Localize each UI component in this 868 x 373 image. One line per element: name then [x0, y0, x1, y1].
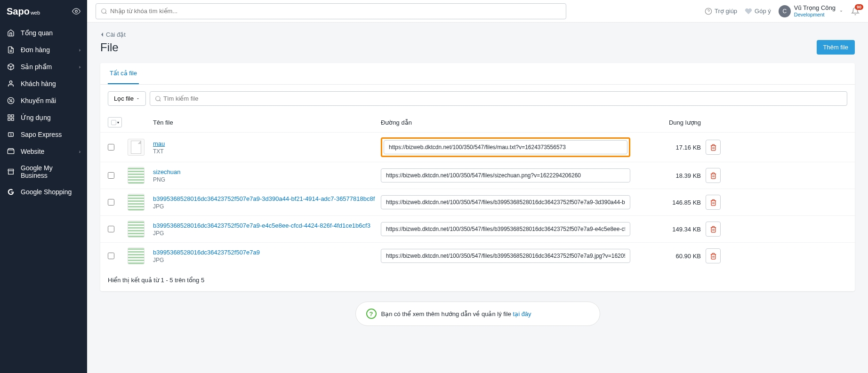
- file-url-input[interactable]: [381, 168, 630, 183]
- sidebar-header: Sapoweb: [0, 0, 87, 23]
- orders-icon: [7, 46, 15, 54]
- trash-icon: [710, 144, 717, 151]
- question-icon: ?: [366, 309, 377, 319]
- file-name-link[interactable]: b3995368528016dc36423752f507e7a9: [153, 249, 381, 256]
- hint-link[interactable]: tại đây: [513, 310, 531, 317]
- notifications[interactable]: 90: [851, 7, 860, 16]
- hint-banner: ? Bạn có thể xem thêm hướng dẫn về quản …: [355, 302, 600, 326]
- file-name-link[interactable]: sizechuan: [153, 168, 381, 175]
- filter-button[interactable]: Lọc file: [108, 91, 146, 106]
- svg-rect-12: [8, 118, 10, 120]
- trash-icon: [710, 172, 717, 179]
- sidebar-item-2[interactable]: Sản phẩm ›: [0, 58, 87, 75]
- file-size: 146.85 KB: [630, 199, 706, 206]
- sidebar-item-5[interactable]: Ứng dụng: [0, 109, 87, 126]
- file-name-link[interactable]: b3995368528016dc36423752f507e7a9-3d390a4…: [153, 195, 381, 202]
- breadcrumb-label: Cài đặt: [106, 31, 126, 38]
- file-type: PNG: [153, 176, 381, 183]
- svg-point-19: [156, 96, 160, 100]
- svg-point-4: [9, 81, 12, 83]
- feedback-link[interactable]: Góp ý: [745, 8, 771, 15]
- delete-button[interactable]: [706, 168, 721, 183]
- user-texts: Vũ Trọng Công Development: [794, 4, 836, 18]
- sidebar-item-label: Ứng dụng: [21, 114, 80, 121]
- tab-all-files[interactable]: Tất cả file: [108, 63, 139, 84]
- help-icon: [705, 8, 712, 15]
- user-name: Vũ Trọng Công: [794, 4, 836, 12]
- sidebar-item-label: Sản phẩm: [21, 63, 79, 71]
- logo[interactable]: Sapoweb: [7, 6, 40, 17]
- sidebar-item-6[interactable]: S Sapo Express: [0, 126, 87, 143]
- file-name-link[interactable]: b3995368528016dc36423752f507e7a9-e4c5e8e…: [153, 222, 381, 229]
- sidebar-item-4[interactable]: Khuyến mãi: [0, 92, 87, 109]
- row-checkbox[interactable]: [108, 199, 114, 206]
- svg-rect-10: [11, 115, 14, 117]
- trash-icon: [710, 253, 717, 260]
- sidebar-item-3[interactable]: Khách hàng: [0, 75, 87, 92]
- table-row: b3995368528016dc36423752f507e7a9-3d390a4…: [100, 189, 855, 215]
- table-row: mau TXT 17.16 KB: [100, 132, 855, 162]
- row-checkbox[interactable]: [108, 144, 114, 151]
- help-label: Trợ giúp: [715, 8, 737, 15]
- content: Cài đặt File Thêm file Tất cả file Lọc f…: [87, 23, 868, 373]
- file-size: 60.90 KB: [630, 253, 706, 260]
- home-icon: [7, 29, 15, 37]
- avatar: C: [779, 5, 791, 17]
- search-icon: [101, 8, 107, 15]
- add-file-button[interactable]: Thêm file: [817, 40, 855, 55]
- file-url-input[interactable]: [381, 249, 630, 263]
- col-header-url: Đường dẫn: [381, 119, 630, 126]
- chevron-right-icon: ›: [79, 48, 80, 53]
- delete-button[interactable]: [706, 222, 721, 237]
- sidebar-item-9[interactable]: Google Shopping: [0, 183, 87, 200]
- sidebar-item-7[interactable]: Website ›: [0, 143, 87, 160]
- sidebar-item-label: Sapo Express: [21, 131, 80, 138]
- file-type: JPG: [153, 257, 381, 263]
- file-url-input[interactable]: [381, 195, 630, 209]
- row-checkbox[interactable]: [108, 172, 114, 179]
- heart-icon: [745, 8, 752, 15]
- filter-search[interactable]: [150, 91, 847, 106]
- table-header: ▾ Tên file Đường dẫn Dung lượng: [100, 112, 855, 132]
- user-dev: Development: [794, 12, 836, 18]
- breadcrumb[interactable]: Cài đặt: [100, 31, 855, 38]
- filter-search-input[interactable]: [161, 92, 842, 105]
- svg-point-8: [11, 101, 12, 102]
- file-type: JPG: [153, 230, 381, 237]
- filter-bar: Lọc file: [100, 85, 855, 112]
- delete-button[interactable]: [706, 195, 721, 210]
- sidebar-item-0[interactable]: Tổng quan: [0, 24, 87, 41]
- logo-text: Sapo: [7, 6, 30, 17]
- file-size: 149.34 KB: [630, 226, 706, 233]
- feedback-label: Góp ý: [755, 8, 771, 15]
- col-header-size: Dung lượng: [630, 119, 706, 126]
- notification-badge: 90: [855, 4, 863, 10]
- user-menu[interactable]: C Vũ Trọng Công Development: [779, 4, 844, 18]
- file-thumbnail: [128, 167, 145, 184]
- delete-button[interactable]: [706, 248, 721, 263]
- eye-icon[interactable]: [72, 7, 80, 16]
- file-url-input[interactable]: [384, 140, 627, 154]
- select-all-checkbox[interactable]: ▾: [108, 117, 122, 127]
- sidebar-item-8[interactable]: Google My Business: [0, 160, 87, 183]
- global-search-input[interactable]: [110, 8, 561, 15]
- chevron-right-icon: ›: [79, 149, 80, 154]
- table-row: b3995368528016dc36423752f507e7a9-e4c5e8e…: [100, 215, 855, 242]
- table-row: sizechuan PNG 18.39 KB: [100, 162, 855, 189]
- file-type: JPG: [153, 203, 381, 210]
- svg-point-16: [102, 8, 106, 13]
- row-checkbox[interactable]: [108, 253, 114, 259]
- sidebar-item-label: Khuyến mãi: [21, 97, 80, 104]
- page-header: File Thêm file: [100, 40, 855, 55]
- row-checkbox[interactable]: [108, 226, 114, 232]
- sidebar-item-1[interactable]: Đơn hàng ›: [0, 41, 87, 58]
- file-size: 18.39 KB: [630, 172, 706, 179]
- global-search[interactable]: [96, 3, 566, 19]
- tabs: Tất cả file: [100, 63, 855, 85]
- file-name-link[interactable]: mau: [153, 140, 381, 147]
- help-link[interactable]: Trợ giúp: [705, 8, 737, 15]
- file-url-input[interactable]: [381, 222, 630, 236]
- delete-button[interactable]: [706, 140, 721, 155]
- sidebar: Sapoweb Tổng quan Đơn hàng › Sản phẩm › …: [0, 0, 87, 373]
- google-icon: [7, 188, 15, 196]
